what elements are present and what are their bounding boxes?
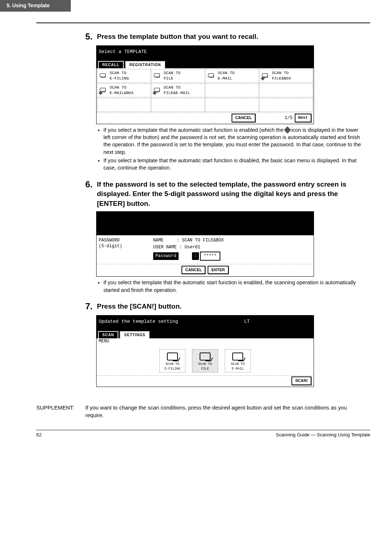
template-button[interactable]: SCAN TO E-MAIL (205, 69, 259, 83)
pager: 1/5 Next (285, 114, 311, 122)
step-5-number: 5. (85, 30, 97, 43)
template-button[interactable]: SCAN TO E-FILING (97, 69, 151, 83)
screenshot-2: PASSWORD (5-digit) NAME : SCAN TO FILE&B… (96, 211, 314, 277)
template-label: SCAN TO FILE&BOX (272, 70, 291, 82)
template-label: SCAN TO FILE&E-MAIL (164, 85, 190, 96)
shot3-tabs: SCAN SETTINGS (97, 331, 314, 338)
password-hint: (5-digit) (99, 243, 153, 249)
step-6-heading: If the password is set to the selected t… (97, 178, 361, 209)
template-label: SCAN TO FILE (164, 70, 180, 82)
tab-registration[interactable]: REGISTRATION (125, 61, 166, 68)
template-empty (151, 98, 205, 112)
tab-scan[interactable]: SCAN (98, 331, 118, 338)
shot3-title: Updated the template setting LT (97, 315, 314, 331)
template-button[interactable]: SCAN TO E-MAIL&BOX (97, 83, 151, 97)
shot3-lt: LT (244, 318, 250, 325)
template-empty (205, 98, 259, 112)
template-button[interactable]: SCAN TO FILE (151, 69, 205, 83)
step6-bullets: If you select the template that the auto… (103, 279, 361, 294)
next-button[interactable]: Next (295, 114, 311, 122)
supplement: SUPPLEMENT: If you want to change the sc… (36, 404, 361, 419)
shot3-status: Updated the template setting (99, 318, 178, 325)
template-button[interactable]: SCAN TO FILE&E-MAIL (151, 83, 205, 97)
name-label: NAME (153, 238, 164, 243)
template-button[interactable]: SCAN TO FILE&BOX (260, 69, 313, 83)
scan-item-label: SCAN TO E-MAIL (231, 362, 245, 371)
screenshot-1: Select a TEMPLATE RECALL REGISTRATION SC… (96, 45, 314, 124)
bullet-item: If you select a template that the automa… (103, 157, 361, 172)
template-label: SCAN TO E-FILING (110, 70, 129, 82)
password-field-label: Password (153, 252, 179, 260)
shot3-bottom: SCAN! (97, 375, 314, 386)
cancel-button[interactable]: CANCEL (232, 114, 256, 122)
scan-button[interactable]: SCAN! (291, 376, 311, 385)
scan-item-label: SCAN TO E-FILING (164, 362, 180, 371)
step-5: 5. Press the template button that you wa… (85, 30, 361, 43)
template-empty (260, 83, 313, 97)
supplement-label: SUPPLEMENT: (36, 404, 85, 411)
main-content: 5. Press the template button that you wa… (0, 23, 392, 400)
password-body: PASSWORD (5-digit) NAME : SCAN TO FILE&B… (97, 235, 314, 264)
step5-bullets: If you select a template that the automa… (103, 126, 361, 172)
scan-item-label: SCAN TO FILE (198, 362, 212, 371)
template-label: SCAN TO E-MAIL&BOX (110, 85, 134, 96)
step-7: 7. Press the [SCAN!] button. (85, 300, 361, 313)
step-6-number: 6. (85, 178, 97, 209)
username-value: : User01 (179, 245, 200, 250)
page-number: 62 (36, 432, 41, 438)
bullet-item: If you select the template that the auto… (103, 279, 361, 294)
step-7-number: 7. (85, 300, 97, 313)
bullet-item: If you select a template that the automa… (103, 126, 361, 156)
tab-recall[interactable]: RECALL (98, 61, 124, 68)
step-7-heading: Press the [SCAN!] button. (97, 300, 181, 313)
username-label: USER NAME (153, 245, 177, 250)
shot1-title: Select a TEMPLATE (97, 46, 314, 61)
scan-to-efiling[interactable]: SCAN TO E-FILING (159, 349, 185, 372)
supplement-text: If you want to change the scan condition… (85, 404, 361, 419)
template-label: SCAN TO E-MAIL (218, 70, 234, 82)
screenshot-3: Updated the template setting LT SCAN SET… (96, 315, 314, 387)
template-empty (260, 98, 313, 112)
password-label: PASSWORD (99, 237, 153, 244)
template-empty (97, 98, 151, 112)
step-6: 6. If the password is set to the selecte… (85, 178, 361, 209)
password-right: NAME : SCAN TO FILE&BOX USER NAME : User… (153, 237, 311, 262)
shot2-blank-title (97, 212, 314, 235)
password-colon: : (192, 252, 199, 260)
tab-settings[interactable]: SETTINGS (120, 331, 150, 338)
template-empty (205, 83, 259, 97)
page-indicator: 1/5 (285, 115, 293, 121)
name-value: : SCAN TO FILE&BOX (177, 238, 224, 243)
enter-button[interactable]: ENTER (208, 266, 228, 274)
bullet-text: If you select a template that the automa… (103, 127, 285, 133)
footer-title: Scanning Guide — Scanning Using Template (276, 432, 370, 438)
scan-to-email[interactable]: SCAN TO E-MAIL (225, 349, 251, 372)
chapter-header: 5. Using Template (0, 0, 71, 12)
scan-to-file[interactable]: SCAN TO FILE (192, 349, 218, 372)
page-footer: 62 Scanning Guide — Scanning Using Templ… (36, 430, 370, 438)
menu-label: MENU (97, 338, 314, 345)
shot1-bottom: CANCEL 1/5 Next (97, 113, 314, 123)
shot2-buttons: CANCEL ENTER (97, 264, 314, 276)
password-left: PASSWORD (5-digit) (99, 237, 153, 262)
shot1-tabs: RECALL REGISTRATION (97, 61, 314, 68)
cancel-button[interactable]: CANCEL (181, 266, 205, 274)
template-grid: SCAN TO E-FILING SCAN TO FILE SCAN TO E-… (97, 68, 314, 113)
password-input[interactable]: ***** (200, 252, 220, 261)
scan-menu: SCAN TO E-FILING SCAN TO FILE SCAN TO E-… (97, 344, 314, 375)
step-5-heading: Press the template button that you want … (97, 30, 258, 43)
